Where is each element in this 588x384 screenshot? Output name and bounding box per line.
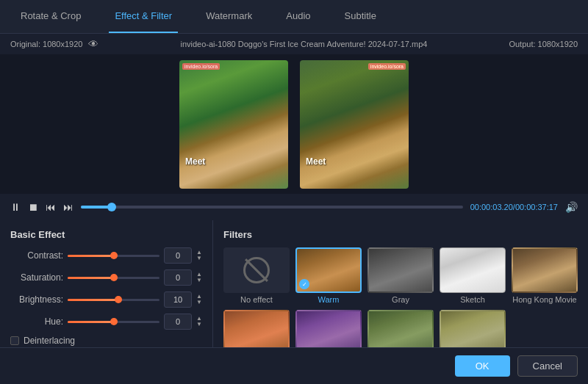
hue-value: 0 [164,314,192,330]
contrast-label: Contrast: [10,250,63,261]
hue-label: Hue: [10,316,63,327]
tab-watermark[interactable]: Watermark [200,0,258,33]
filters-title: Filters [223,229,578,240]
filter-grid: No effect ✓ Warm Gray Sketch [223,247,578,358]
hue-slider[interactable] [68,321,159,323]
filter-item-hk[interactable]: Hong Kong Movie [512,247,578,304]
brightness-label: Brightness: [10,294,63,305]
contrast-slider[interactable] [68,255,159,257]
deinterlacing-row: Deinterlacing [10,336,202,346]
eye-icon[interactable]: 👁 [88,38,98,50]
next-frame-button[interactable]: ⏭ [63,201,74,213]
filter-name-warm: Warm [318,295,340,304]
output-resolution: Output: 1080x1920 [509,40,578,48]
contrast-value: 0 [164,247,192,264]
filter-item-warm[interactable]: ✓ Warm [295,247,362,304]
brightness-row: Brightness: 10 ▲ ▼ [10,291,202,308]
bottom-action-bar: OK Cancel [0,347,588,384]
brightness-down[interactable]: ▼ [196,300,202,305]
prev-frame-button[interactable]: ⏮ [46,201,56,213]
video-preview-original: invideo.io/sora Meet [179,60,288,189]
saturation-slider[interactable] [68,277,159,279]
sketch-thumb [440,247,506,293]
tab-subtitle[interactable]: Subtitle [339,0,382,33]
brightness-value: 10 [164,291,192,308]
hue-thumb [110,318,118,325]
original-resolution: Original: 1080x1920 [10,40,82,48]
saturation-down[interactable]: ▼ [196,278,202,283]
no-effect-circle [243,257,270,283]
preview-area: invideo.io/sora Meet invideo.io/sora Mee… [0,54,588,194]
ok-button[interactable]: OK [455,355,510,377]
time-display: 00:00:03.20/00:00:37:17 [470,203,558,211]
filter-item-sketch[interactable]: Sketch [440,247,506,304]
playback-bar: ⏸ ⏹ ⏮ ⏭ 00:00:03.20/00:00:37:17 🔊 [0,194,588,220]
tab-audio[interactable]: Audio [280,0,316,33]
progress-thumb [107,203,116,211]
volume-icon[interactable]: 🔊 [565,201,578,213]
hue-row: Hue: 0 ▲ ▼ [10,314,202,330]
video-preview-filtered: invideo.io/sora Meet [300,60,409,189]
filter-item-gray[interactable]: Gray [368,247,434,304]
filter-name-hk: Hong Kong Movie [512,295,576,304]
filter-name-sketch: Sketch [460,295,485,304]
watermark-right: invideo.io/sora [368,63,406,70]
filename: invideo-ai-1080 Doggo's First Ice Cream … [180,40,427,48]
saturation-value: 0 [164,269,192,286]
progress-track[interactable] [81,206,463,209]
deinterlacing-checkbox[interactable] [10,336,19,345]
deinterlacing-label: Deinterlacing [24,336,75,346]
pause-button[interactable]: ⏸ [10,201,21,213]
watermark-left: invideo.io/sora [182,63,220,70]
filter-name-gray: Gray [392,295,409,304]
basic-effect-title: Basic Effect [10,229,202,240]
stop-button[interactable]: ⏹ [28,201,38,213]
contrast-thumb [110,252,118,259]
contrast-down[interactable]: ▼ [196,256,202,261]
no-effect-thumb [223,247,290,293]
video-label-left: Meet [185,156,205,167]
hk-thumb [512,247,578,293]
brightness-thumb [115,296,122,303]
hue-down[interactable]: ▼ [196,322,202,327]
warm-thumb: ✓ [295,247,362,293]
tab-rotate-crop[interactable]: Rotate & Crop [15,0,87,33]
cancel-button[interactable]: Cancel [517,355,578,377]
info-bar: Original: 1080x1920 👁 invideo-ai-1080 Do… [0,34,588,54]
brightness-slider[interactable] [68,299,159,301]
tab-effect-filter[interactable]: Effect & Filter [109,0,178,33]
tab-bar: Rotate & Crop Effect & Filter Watermark … [0,0,588,34]
warm-check-badge: ✓ [299,279,309,289]
video-label-right: Meet [306,156,326,167]
no-effect-line [245,258,268,282]
saturation-thumb [110,274,118,281]
filter-item-no-effect[interactable]: No effect [223,247,290,304]
saturation-row: Saturation: 0 ▲ ▼ [10,269,202,286]
saturation-label: Saturation: [10,272,63,283]
gray-thumb [368,247,434,293]
contrast-row: Contrast: 0 ▲ ▼ [10,247,202,264]
filter-name-no-effect: No effect [240,295,273,304]
